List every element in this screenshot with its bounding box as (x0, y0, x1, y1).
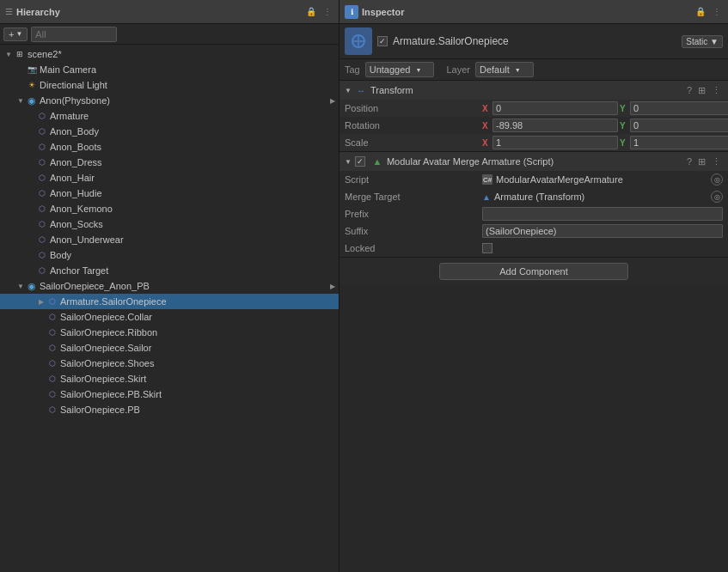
rotation-label: Rotation (345, 120, 482, 131)
rotation-y-label: Y (620, 121, 628, 131)
transform-settings-btn[interactable]: ⊞ (696, 84, 707, 97)
script-label: Script (345, 174, 482, 185)
inspector-content: Armature.SailorOnepiece Static ▼ Tag Unt… (340, 24, 728, 572)
armature-label: Armature (50, 111, 89, 121)
tree-item-skirt[interactable]: ⬡ SailorOnepiece.Skirt (0, 371, 339, 386)
add-dropdown-arrow: ▼ (15, 30, 22, 38)
anon-kemono-icon: ⬡ (36, 203, 48, 215)
pb-skirt-label: SailorOnepiece.PB.Skirt (60, 389, 162, 399)
rotation-x-label: X (482, 121, 491, 131)
tree-item-ribbon[interactable]: ⬡ SailorOnepiece.Ribbon (0, 325, 339, 340)
body-icon: ⬡ (36, 249, 48, 261)
tree-item-body[interactable]: ⬡ Body (0, 247, 339, 263)
inspector-icon-glyph: ℹ (351, 8, 353, 16)
tree-item-anchor-target[interactable]: ⬡ Anchor Target (0, 263, 339, 278)
anon-physbone-label: Anon(Physbone) (40, 95, 110, 106)
tree-item-directional-light[interactable]: ☀ Directional Light (0, 77, 339, 93)
transform-header[interactable]: ▼ ↔ Transform ? ⊞ ⋮ (340, 81, 728, 100)
suffix-input[interactable] (482, 224, 723, 238)
script-value-ref: C# ModularAvatarMergeArmature ◎ (482, 173, 723, 186)
anon-body-icon: ⬡ (36, 125, 48, 137)
static-label: Static ▼ (686, 37, 719, 46)
anon-hudie-label: Anon_Hudie (50, 188, 102, 198)
layer-dropdown[interactable]: Default (475, 62, 534, 77)
inspector-header: ℹ Inspector 🔒 ⋮ (340, 0, 728, 24)
inspector-lock-icon[interactable]: 🔒 (694, 5, 707, 18)
modular-avatar-title: Modular Avatar Merge Armature (Script) (387, 156, 682, 167)
inspector-more-icon[interactable]: ⋮ (711, 5, 723, 18)
position-y-field: Y (620, 101, 728, 115)
tree-item-sailor[interactable]: ⬡ SailorOnepiece.Sailor (0, 340, 339, 356)
transform-help-btn[interactable]: ? (685, 84, 694, 96)
skirt-icon: ⬡ (46, 373, 58, 385)
tree-item-armature[interactable]: ⬡ Armature (0, 108, 339, 124)
transform-expand-arrow: ▼ (345, 87, 352, 94)
modular-avatar-section: ▼ ▲ Modular Avatar Merge Armature (Scrip… (340, 152, 728, 258)
script-select-btn[interactable]: ◎ (711, 173, 723, 186)
tree-item-anon-dress[interactable]: ⬡ Anon_Dress (0, 155, 339, 170)
rotation-y-field: Y (620, 119, 728, 132)
tree-item-pb-skirt[interactable]: ⬡ SailorOnepiece.PB.Skirt (0, 386, 339, 402)
tree-item-sailor-anon-pb[interactable]: ◉ SailorOnepiece_Anon_PB ▶ (0, 278, 339, 294)
tree-item-anon-boots[interactable]: ⬡ Anon_Boots (0, 139, 339, 155)
tree-item-pb[interactable]: ⬡ SailorOnepiece.PB (0, 402, 339, 417)
scale-y-input[interactable] (630, 136, 728, 149)
skirt-label: SailorOnepiece.Skirt (60, 374, 146, 384)
position-label: Position (345, 103, 482, 113)
rotation-x-field: X (482, 119, 618, 132)
tree-item-anon-body[interactable]: ⬡ Anon_Body (0, 124, 339, 139)
position-y-input[interactable] (630, 101, 728, 115)
add-component-button[interactable]: Add Component (439, 263, 628, 280)
scene2-icon: ⊞ (14, 48, 26, 60)
hierarchy-header: ☰ Hierarchy 🔒 ⋮ (0, 0, 339, 24)
locked-checkbox[interactable] (482, 243, 492, 253)
prefix-input[interactable] (482, 207, 723, 221)
scale-y-field: Y (620, 136, 728, 149)
sailor-anon-pb-right-arrow: ▶ (330, 283, 335, 290)
tree-item-anon-hudie[interactable]: ⬡ Anon_Hudie (0, 186, 339, 201)
modular-avatar-settings-btn[interactable]: ⊞ (696, 155, 707, 168)
position-x-label: X (482, 104, 491, 113)
modular-avatar-enabled-checkbox[interactable] (355, 156, 365, 167)
tree-item-scene2[interactable]: ⊞ scene2* (0, 46, 339, 62)
transform-component-icon: ↔ (355, 84, 367, 96)
static-button[interactable]: Static ▼ (682, 35, 723, 48)
hierarchy-header-icons: 🔒 ⋮ (304, 5, 333, 18)
tag-dropdown[interactable]: Untagged (365, 62, 435, 77)
anon-underwear-icon: ⬡ (36, 234, 48, 246)
tree-item-collar[interactable]: ⬡ SailorOnepiece.Collar (0, 309, 339, 325)
hierarchy-add-button[interactable]: + ▼ (3, 27, 28, 41)
hierarchy-search-input[interactable] (31, 27, 117, 42)
tree-item-anon-hair[interactable]: ⬡ Anon_Hair (0, 170, 339, 186)
scale-x-input[interactable] (492, 136, 618, 149)
tree-item-main-camera[interactable]: 📷 Main Camera (0, 62, 339, 77)
hierarchy-more-icon[interactable]: ⋮ (321, 5, 333, 18)
hierarchy-lock-icon[interactable]: 🔒 (304, 5, 318, 18)
tree-item-anon-socks[interactable]: ⬡ Anon_Socks (0, 216, 339, 232)
scale-x-label: X (482, 138, 491, 148)
object-enabled-checkbox[interactable] (377, 36, 388, 46)
hierarchy-panel: ☰ Hierarchy 🔒 ⋮ + ▼ ⊞ scene2* (0, 0, 340, 572)
modular-avatar-header[interactable]: ▼ ▲ Modular Avatar Merge Armature (Scrip… (340, 152, 728, 171)
merge-target-select-btn[interactable]: ◎ (711, 191, 723, 203)
collar-label: SailorOnepiece.Collar (60, 312, 152, 322)
object-icon (345, 27, 372, 55)
anon-kemono-label: Anon_Kemono (50, 204, 113, 214)
scale-y-label: Y (620, 138, 628, 148)
rotation-x-input[interactable] (492, 119, 618, 132)
position-x-input[interactable] (492, 101, 618, 115)
sailor-anon-pb-icon: ◉ (26, 280, 38, 292)
transform-menu-btn[interactable]: ⋮ (710, 84, 723, 97)
anon-body-label: Anon_Body (50, 126, 99, 137)
modular-avatar-help-btn[interactable]: ? (685, 155, 694, 167)
merge-target-value-ref: ▲ Armature (Transform) ◎ (482, 191, 723, 203)
rotation-y-input[interactable] (630, 119, 728, 132)
tree-item-anon-underwear[interactable]: ⬡ Anon_Underwear (0, 232, 339, 247)
tree-item-anon-kemono[interactable]: ⬡ Anon_Kemono (0, 201, 339, 216)
modular-avatar-menu-btn[interactable]: ⋮ (710, 155, 723, 168)
tree-item-anon-physbone[interactable]: ◉ Anon(Physbone) ▶ (0, 93, 339, 108)
anon-socks-label: Anon_Socks (50, 219, 103, 229)
hierarchy-title: Hierarchy (16, 7, 60, 17)
tree-item-shoes[interactable]: ⬡ SailorOnepiece.Shoes (0, 356, 339, 371)
tree-item-armature-sailor[interactable]: ⬡ Armature.SailorOnepiece (0, 294, 339, 309)
